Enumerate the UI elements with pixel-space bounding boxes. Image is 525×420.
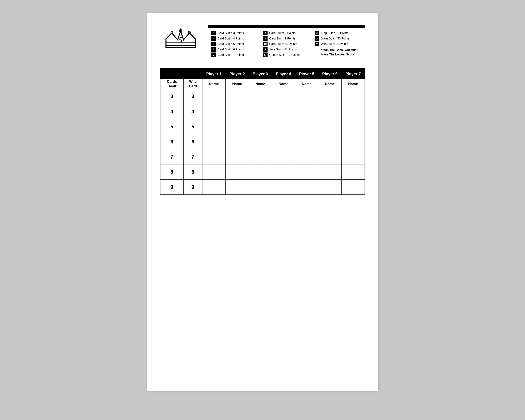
score-cell[interactable]: [318, 134, 341, 149]
header-area: 5 3Card Suit = 3 Points4Card Suit = 4 Po…: [159, 25, 366, 60]
cards-dealt-cell: 9: [160, 179, 184, 195]
player-name-cell[interactable]: Name: [249, 79, 272, 89]
table-row: 88: [160, 164, 365, 179]
score-text: Jack Suit = 11 Points: [269, 48, 297, 51]
player-header: Player 6: [318, 68, 341, 79]
wild-card-cell: 3: [184, 89, 202, 104]
score-cell[interactable]: [272, 179, 295, 195]
score-cell[interactable]: [202, 89, 225, 104]
score-cell[interactable]: [202, 164, 225, 179]
score-cell[interactable]: [341, 149, 365, 164]
table-row: 77: [160, 149, 365, 164]
score-row: 4Card Suit = 4 Points: [211, 36, 259, 41]
player-header: Player 7: [341, 68, 365, 79]
score-cell[interactable]: [295, 134, 318, 149]
card-badge: 3: [211, 31, 216, 35]
wild-card-cell: 5: [184, 119, 202, 134]
player-header-row: Player 1Player 2Player 3Player 4Player 5…: [160, 68, 365, 79]
score-cell[interactable]: [202, 134, 225, 149]
player-name-cell[interactable]: Name: [318, 79, 341, 89]
score-cell[interactable]: [341, 164, 365, 179]
score-cell[interactable]: [225, 164, 249, 179]
player-header: Player 5: [295, 68, 318, 79]
score-cell[interactable]: [295, 104, 318, 119]
score-cell[interactable]: [225, 104, 249, 119]
score-cell[interactable]: [295, 164, 318, 179]
wild-card-cell: 4: [184, 104, 202, 119]
score-col-3: KKing Suit = 13 PointsJJoker Suit = 50 P…: [315, 30, 362, 57]
player-name-cell[interactable]: Name: [225, 79, 249, 89]
score-cell[interactable]: [341, 179, 365, 195]
score-cell[interactable]: [318, 104, 341, 119]
score-cell[interactable]: [249, 164, 272, 179]
score-cell[interactable]: [225, 179, 249, 195]
table-row: 44: [160, 104, 365, 119]
card-badge: 5: [211, 42, 216, 46]
card-badge: Q: [263, 53, 268, 57]
score-row: 9Card Suit = 9 Points: [263, 36, 310, 41]
score-row: 8Card Suit = 8 Points: [263, 30, 310, 36]
score-cell[interactable]: [295, 179, 318, 195]
score-cell[interactable]: [318, 89, 341, 104]
player-name-cell[interactable]: Name: [202, 79, 225, 89]
score-cell[interactable]: [341, 104, 365, 119]
player-name-cell[interactable]: Name: [341, 79, 365, 89]
score-cell[interactable]: [225, 89, 249, 104]
table-row: 33: [160, 89, 365, 104]
score-cell[interactable]: [272, 104, 295, 119]
card-badge: 7: [211, 53, 216, 57]
score-cell[interactable]: [295, 149, 318, 164]
player-header: Player 3: [249, 68, 272, 79]
score-cell[interactable]: [341, 134, 365, 149]
score-cell[interactable]: [272, 89, 295, 104]
score-cell[interactable]: [272, 149, 295, 164]
score-cell[interactable]: [202, 149, 225, 164]
score-cell[interactable]: [225, 119, 249, 134]
score-cell[interactable]: [295, 119, 318, 134]
score-cell[interactable]: [225, 149, 249, 164]
score-table-body: 33445566778899: [160, 89, 365, 195]
score-text: Card Suit = 9 Points: [269, 37, 295, 40]
cards-dealt-cell: 4: [160, 104, 184, 119]
score-cell[interactable]: [249, 134, 272, 149]
score-cell[interactable]: [225, 134, 249, 149]
card-badge: J: [315, 36, 319, 41]
score-cell[interactable]: [249, 149, 272, 164]
score-row: 10Card Suit = 10 Points: [263, 41, 310, 47]
cards-dealt-cell: 5: [160, 119, 184, 134]
win-note: To Win The Game You MustHave The Lowest …: [315, 47, 362, 57]
card-badge: 10: [263, 42, 268, 46]
score-cell[interactable]: [272, 119, 295, 134]
player-header: Player 2: [225, 68, 249, 79]
score-cell[interactable]: [202, 104, 225, 119]
score-cell[interactable]: [318, 149, 341, 164]
score-text: Card Suit = 10 Points: [269, 42, 297, 46]
score-text: Card Suit = 5 Points: [217, 42, 244, 46]
player-name-cell[interactable]: Name: [272, 79, 295, 89]
score-cell[interactable]: [295, 89, 318, 104]
score-cell[interactable]: [249, 89, 272, 104]
score-cell[interactable]: [318, 164, 341, 179]
score-cell[interactable]: [318, 119, 341, 134]
score-cell[interactable]: [249, 179, 272, 195]
score-guide-body: 3Card Suit = 3 Points4Card Suit = 4 Poin…: [208, 28, 365, 60]
score-cell[interactable]: [341, 89, 365, 104]
score-text: Joker Suit = 50 Points: [321, 37, 350, 40]
score-col-2: 8Card Suit = 8 Points9Card Suit = 9 Poin…: [263, 30, 310, 57]
score-cell[interactable]: [249, 119, 272, 134]
score-cell[interactable]: [341, 119, 365, 134]
score-col-1: 3Card Suit = 3 Points4Card Suit = 4 Poin…: [211, 30, 259, 57]
score-cell[interactable]: [249, 104, 272, 119]
score-cell[interactable]: [202, 119, 225, 134]
cards-dealt-cell: 6: [160, 134, 184, 149]
score-cell[interactable]: [272, 134, 295, 149]
score-table-wrapper: Player 1Player 2Player 3Player 4Player 5…: [159, 68, 366, 195]
score-text: Queen Suit = 12 Points: [269, 53, 300, 56]
score-row: 5Card Suit = 5 Points: [211, 41, 259, 47]
player-name-cell[interactable]: Name: [295, 79, 318, 89]
score-row: JJoker Suit = 50 Points: [315, 36, 362, 41]
wild-card-cell: 6: [184, 134, 202, 149]
score-cell[interactable]: [202, 179, 225, 195]
score-cell[interactable]: [272, 164, 295, 179]
score-cell[interactable]: [318, 179, 341, 195]
